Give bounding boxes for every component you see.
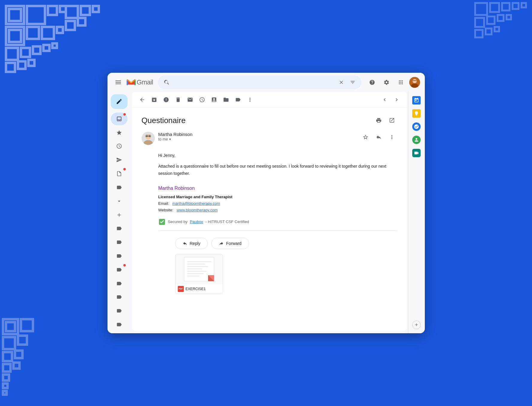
svg-rect-36	[490, 3, 499, 12]
gmail-window: Gmail	[107, 73, 425, 333]
svg-rect-6	[9, 30, 21, 42]
search-bar	[158, 75, 361, 89]
svg-rect-46	[495, 27, 499, 31]
user-avatar[interactable]	[409, 77, 420, 88]
svg-rect-14	[78, 18, 85, 25]
prev-email-button[interactable]	[379, 94, 390, 105]
tasks-icon	[412, 122, 421, 131]
keep-icon	[412, 109, 421, 118]
settings-button[interactable]	[381, 76, 392, 88]
compose-button[interactable]	[111, 94, 128, 109]
star-button[interactable]	[360, 132, 371, 143]
email-greeting: Hi Jenny,	[158, 152, 397, 159]
security-suffix: - HITRUST CSF Certified	[205, 219, 249, 225]
apps-button[interactable]	[395, 76, 407, 88]
signature-website-link[interactable]: www.bloomtherapy.com	[177, 208, 218, 212]
add-app-icon: +	[412, 321, 421, 329]
gmail-logo: Gmail	[127, 78, 153, 86]
svg-rect-10	[66, 6, 78, 18]
meet-app-button[interactable]	[410, 147, 422, 159]
archive-button[interactable]	[149, 94, 160, 105]
reply-forward-buttons: Reply Forward	[158, 238, 397, 249]
svg-rect-29	[15, 351, 22, 358]
delete-button[interactable]	[173, 94, 184, 105]
sidebar-item-more[interactable]	[111, 195, 128, 207]
sidebar-item-sent[interactable]	[111, 154, 128, 166]
hamburger-button[interactable]	[112, 76, 124, 88]
inbox-badge	[123, 113, 126, 116]
forward-button[interactable]: Forward	[211, 238, 249, 249]
signature-title: Licensed Marriage and Family Therapist	[158, 194, 397, 200]
sidebar-item-add[interactable]	[111, 209, 128, 221]
svg-rect-7	[27, 27, 39, 39]
signature-email-link[interactable]: martha@bloomtherapy.com	[172, 201, 220, 206]
email-content: Questionaire	[132, 108, 407, 331]
email-body: Hi Jenny, Attached is a questionnaire to…	[142, 152, 397, 296]
svg-rect-13	[66, 21, 75, 30]
search-input[interactable]	[175, 80, 334, 85]
attachment-card[interactable]: PDF EXERCISE1	[175, 254, 223, 294]
reply-button[interactable]: Reply	[175, 238, 208, 249]
calendar-app-button[interactable]	[410, 94, 422, 106]
sidebar-item-tag6[interactable]	[111, 291, 128, 304]
sidebar-item-tag4[interactable]	[111, 263, 128, 276]
reply-header-button[interactable]	[373, 132, 384, 143]
forward-label: Forward	[226, 241, 241, 246]
add-app-button[interactable]: +	[410, 319, 422, 331]
svg-rect-24	[6, 322, 15, 331]
search-clear-button[interactable]	[337, 78, 345, 86]
svg-rect-34	[3, 391, 7, 395]
print-button[interactable]	[373, 115, 384, 126]
report-button[interactable]	[161, 94, 172, 105]
add-task-button[interactable]	[209, 94, 219, 105]
open-in-new-button[interactable]	[387, 115, 397, 126]
contacts-app-button[interactable]	[410, 134, 422, 146]
main-area: Questionaire	[107, 92, 425, 333]
sidebar-item-tag7[interactable]	[111, 304, 128, 317]
subject-actions	[373, 115, 397, 126]
sender-to: to me ▾	[158, 137, 357, 141]
svg-rect-22	[28, 60, 34, 66]
sidebar-item-drafts[interactable]	[111, 167, 128, 180]
svg-rect-40	[475, 18, 484, 27]
search-filter-button[interactable]	[349, 78, 357, 86]
signature-website-line: Website: www.bloomtherapy.com	[158, 207, 397, 213]
sender-details-toggle[interactable]: ▾	[169, 137, 171, 141]
more-button[interactable]	[245, 94, 255, 105]
sidebar-item-tag3[interactable]	[111, 250, 128, 262]
svg-rect-28	[3, 352, 12, 361]
search-button[interactable]	[163, 78, 171, 87]
back-button[interactable]	[137, 94, 148, 105]
sidebar-item-starred[interactable]	[111, 126, 128, 139]
svg-rect-11	[81, 6, 90, 15]
snooze-button[interactable]	[197, 94, 207, 105]
pdf-icon: PDF	[178, 286, 184, 292]
move-button[interactable]	[221, 94, 231, 105]
email-sender-row: Martha Robinson to me ▾	[142, 132, 397, 145]
sidebar-item-tag8[interactable]	[111, 318, 128, 331]
header: Gmail	[107, 73, 425, 92]
sidebar-item-tag1[interactable]	[111, 222, 128, 235]
sidebar-item-tag2[interactable]	[111, 236, 128, 249]
more-email-button[interactable]	[387, 132, 397, 143]
right-sidebar: +	[408, 92, 425, 333]
mark-unread-button[interactable]	[185, 94, 195, 105]
signature-website-label: Website:	[158, 208, 173, 212]
svg-rect-42	[498, 15, 504, 21]
svg-rect-8	[42, 27, 54, 39]
svg-rect-37	[502, 3, 510, 10]
gmail-label: Gmail	[137, 78, 153, 86]
sidebar-item-tag5[interactable]	[111, 277, 128, 290]
tasks-app-button[interactable]	[410, 121, 422, 133]
sidebar-item-label[interactable]	[111, 181, 128, 194]
help-button[interactable]	[366, 76, 378, 88]
keep-app-button[interactable]	[410, 107, 422, 119]
sidebar-item-snoozed[interactable]	[111, 140, 128, 152]
sidebar-item-inbox[interactable]	[111, 113, 128, 125]
paubox-link[interactable]: Paubox	[190, 219, 203, 225]
tag4-badge	[123, 264, 126, 266]
next-email-button[interactable]	[391, 94, 402, 105]
reply-label: Reply	[190, 241, 201, 246]
svg-rect-3	[48, 6, 57, 15]
label-button[interactable]	[233, 94, 243, 105]
